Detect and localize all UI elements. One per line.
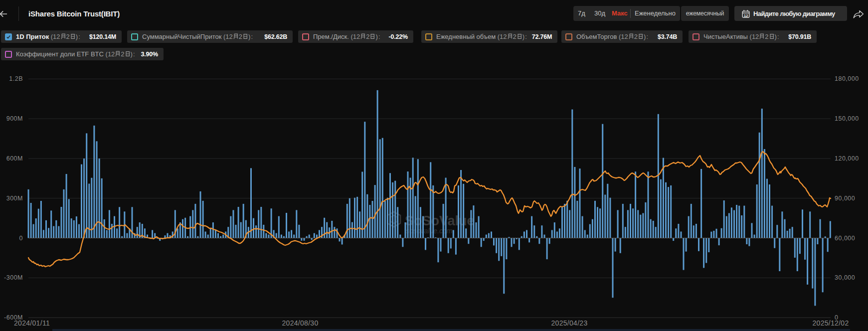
svg-text:90,000: 90,000: [835, 195, 855, 202]
svg-text:180,000: 180,000: [835, 75, 859, 82]
svg-text:2024/01/11: 2024/01/11: [14, 319, 50, 327]
svg-text:12: 12: [744, 13, 748, 17]
svg-text:-300M: -300M: [4, 274, 23, 281]
svg-text:30,000: 30,000: [835, 274, 855, 281]
svg-text:600M: 600M: [6, 155, 23, 162]
svg-text:60,000: 60,000: [835, 235, 855, 242]
svg-text:2025/12/02: 2025/12/02: [812, 319, 849, 327]
svg-text:150,000: 150,000: [835, 115, 859, 122]
svg-text:120,000: 120,000: [835, 155, 859, 162]
svg-text:2025/04/23: 2025/04/23: [551, 319, 587, 327]
svg-text:300M: 300M: [6, 195, 23, 202]
svg-text:1.2B: 1.2B: [9, 75, 23, 82]
svg-text:0: 0: [19, 235, 23, 242]
svg-text:900M: 900M: [6, 115, 23, 122]
svg-text:2024/08/30: 2024/08/30: [282, 319, 318, 327]
